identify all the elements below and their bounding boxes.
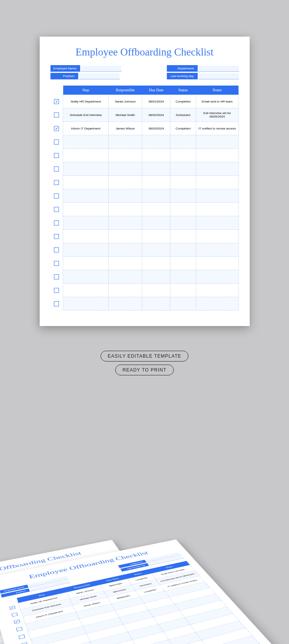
checkbox-icon[interactable] [54,193,59,198]
checkbox-checked-icon[interactable] [54,99,59,104]
cell-step[interactable] [63,270,109,284]
value-employee-name[interactable] [81,66,121,72]
cell-responsible[interactable] [109,135,142,149]
cell-status[interactable] [170,149,196,162]
cell-responsible[interactable] [109,162,142,176]
cell-responsible[interactable]: James Wilson [109,122,142,135]
cell-due_date[interactable]: 08/03/2024 [142,122,170,135]
cell-notes[interactable]: IT notified to revoke access [196,122,239,135]
cell-step[interactable] [63,203,109,216]
checkbox-icon[interactable] [54,234,59,239]
value-position[interactable] [79,73,119,79]
cell-responsible[interactable] [109,297,142,311]
cell-responsible[interactable] [109,230,142,243]
checkbox-icon[interactable] [54,113,59,118]
cell-notes[interactable] [196,284,239,297]
cell-notes[interactable] [196,162,239,176]
cell-due_date[interactable] [142,270,170,284]
cell-status[interactable]: Completed [170,95,196,108]
cell-status[interactable] [170,135,196,149]
cell-step[interactable] [63,176,109,189]
cell-status[interactable] [170,297,196,311]
cell-step[interactable] [63,162,109,176]
cell-notes[interactable] [196,297,239,311]
checkbox-icon[interactable] [54,207,59,212]
cell-step[interactable] [63,149,109,162]
checkbox-icon[interactable] [54,288,59,293]
checkbox-icon[interactable] [54,261,59,266]
cell-notes[interactable]: Exit interview set for 08/05/2024 [196,108,239,122]
cell-step[interactable] [63,216,109,230]
cell-step[interactable] [63,230,109,243]
cell-due_date[interactable] [142,135,170,149]
cell-responsible[interactable] [109,257,142,270]
cell-due_date[interactable] [142,230,170,243]
cell-step[interactable]: Schedule Exit Interview [63,108,109,122]
cell-step[interactable] [63,257,109,270]
cell-responsible[interactable] [109,284,142,297]
cell-status[interactable] [170,203,196,216]
cell-status[interactable] [170,216,196,230]
cell-status[interactable] [170,257,196,270]
checkbox-icon[interactable] [54,153,59,158]
checkbox-icon[interactable] [54,140,59,145]
cell-responsible[interactable]: Michael Smith [109,108,142,122]
cell-due_date[interactable]: 08/01/2024 [142,95,170,108]
cell-status[interactable]: Scheduled [170,108,196,122]
cell-step[interactable]: Notify HR Department [63,95,109,108]
checkbox-icon[interactable] [54,166,59,172]
cell-due_date[interactable] [142,257,170,270]
cell-responsible[interactable]: Sarah Johnson [109,95,142,108]
cell-responsible[interactable] [109,149,142,162]
checkbox-icon[interactable] [54,247,59,252]
cell-step[interactable] [63,243,109,257]
cell-due_date[interactable] [142,297,170,311]
checkbox-checked-icon[interactable] [54,126,59,131]
cell-step[interactable] [63,297,109,311]
cell-responsible[interactable] [109,203,142,216]
checkbox-icon[interactable] [54,274,59,279]
cell-due_date[interactable] [142,243,170,257]
cell-notes[interactable] [196,230,239,243]
cell-responsible[interactable] [109,243,142,257]
cell-notes[interactable] [196,135,239,149]
cell-step[interactable] [63,189,109,203]
cell-notes[interactable]: Email sent to HR team [196,95,239,108]
cell-responsible[interactable] [109,189,142,203]
cell-responsible[interactable] [109,216,142,230]
cell-step[interactable] [63,135,109,149]
cell-status[interactable] [170,176,196,189]
cell-due_date[interactable] [142,189,170,203]
cell-status[interactable] [170,189,196,203]
cell-notes[interactable] [196,243,239,257]
value-last-working-day[interactable] [198,73,239,79]
cell-status[interactable] [170,270,196,284]
cell-notes[interactable] [196,176,239,189]
cell-notes[interactable] [196,149,239,162]
cell-notes[interactable] [196,203,239,216]
cell-due_date[interactable] [142,216,170,230]
cell-due_date[interactable]: 08/02/2024 [142,108,170,122]
value-department[interactable] [198,66,239,72]
cell-status[interactable] [170,162,196,176]
cell-status[interactable] [170,243,196,257]
cell-status[interactable] [170,284,196,297]
cell-due_date[interactable] [142,149,170,162]
cell-due_date[interactable] [142,203,170,216]
checkbox-icon[interactable] [54,220,59,225]
cell-notes[interactable] [196,216,239,230]
cell-due_date[interactable] [142,284,170,297]
cell-notes[interactable] [196,270,239,284]
cell-due_date[interactable] [142,162,170,176]
cell-status[interactable] [170,230,196,243]
checkbox-icon[interactable] [54,180,59,185]
checkbox-icon[interactable] [54,301,59,306]
cell-due_date[interactable] [142,176,170,189]
cell-step[interactable]: Inform IT Department [63,122,109,135]
cell-responsible[interactable] [109,270,142,284]
cell-notes[interactable] [196,189,239,203]
cell-notes[interactable] [196,257,239,270]
cell-status[interactable]: Completed [170,122,196,135]
cell-step[interactable] [63,284,109,297]
cell-responsible[interactable] [109,176,142,189]
